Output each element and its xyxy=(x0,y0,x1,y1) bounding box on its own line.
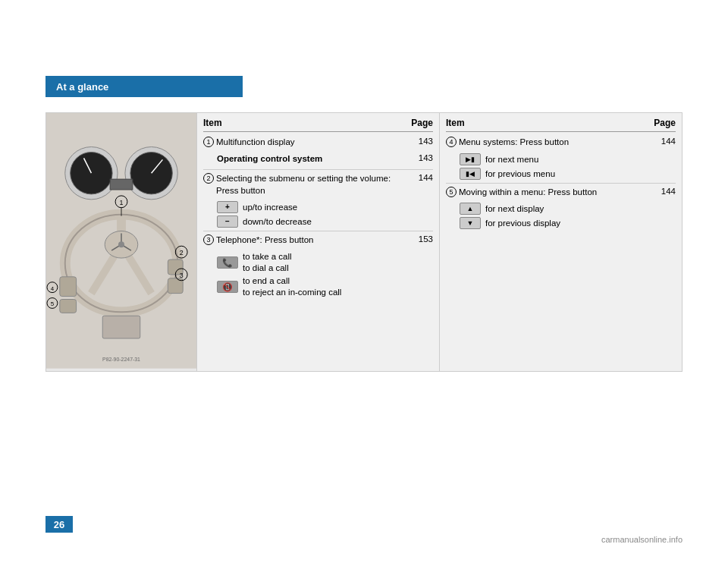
table-row: 4 Menu systems: Press button 144 xyxy=(446,137,676,149)
item-number-1: 1 xyxy=(203,137,214,147)
left-col-item: Item xyxy=(203,118,222,128)
item-desc-operating: Operating control system xyxy=(217,153,410,165)
arrow-down-icon: ▼ xyxy=(460,217,481,229)
item-page-2: 144 xyxy=(410,173,433,182)
svg-rect-19 xyxy=(60,300,77,313)
item-page-1: 143 xyxy=(410,137,433,146)
svg-rect-33 xyxy=(102,316,140,338)
sub-item-label-up: up/to increase xyxy=(243,203,297,212)
page-number-badge: 26 xyxy=(46,516,73,533)
arrow-up-icon: ▲ xyxy=(460,203,481,215)
item-desc-5: Moving within a menu: Press button xyxy=(459,187,653,199)
table-row: 3 Telephone*: Press button 153 xyxy=(203,234,433,247)
right-col-item: Item xyxy=(446,118,465,128)
site-label: carmanualsonline.info xyxy=(601,535,682,544)
right-col-page: Page xyxy=(654,118,676,128)
minus-icon: − xyxy=(217,215,238,228)
item-number-2: 2 xyxy=(203,173,214,184)
svg-rect-7 xyxy=(110,179,133,190)
sub-item-plus: + up/to increase xyxy=(217,201,433,213)
item-desc-2: Selecting the submenu or setting the vol… xyxy=(216,173,410,197)
footer-watermark: carmanualsonline.info xyxy=(601,535,682,544)
svg-point-2 xyxy=(71,152,112,193)
phone-green-icon: 📞 xyxy=(217,256,238,269)
sub-item-prev-display-label: for previous display xyxy=(485,219,560,228)
item-page-4: 144 xyxy=(653,137,676,146)
item-desc-4: Menu systems: Press button xyxy=(459,137,653,149)
item-number-4: 4 xyxy=(446,137,457,147)
sub-item-call-red: 📵 to end a callto reject an in-coming ca… xyxy=(217,275,433,298)
sub-item-prev-menu: ▮◀ for previous menu xyxy=(460,168,676,180)
sub-item-endcall-text: to end a callto reject an in-coming call xyxy=(243,275,341,298)
svg-rect-18 xyxy=(60,277,77,297)
sub-item-next-menu: ▶▮ for next menu xyxy=(460,153,676,165)
arrow-right-icon: ▶▮ xyxy=(460,153,481,165)
svg-text:1: 1 xyxy=(120,199,124,206)
table-row: 5 Moving within a menu: Press button 144 xyxy=(446,187,676,199)
svg-text:2: 2 xyxy=(180,249,184,256)
bold-text: Operating control system xyxy=(217,154,322,163)
left-table-header: Item Page xyxy=(203,118,433,132)
divider xyxy=(203,231,433,231)
steering-wheel-svg: 1 2 3 4 5 xyxy=(46,113,196,369)
phone-red-icon: 📵 xyxy=(217,281,238,293)
plus-icon: + xyxy=(217,201,238,213)
item-page-operating: 143 xyxy=(410,153,433,162)
right-table: Item Page 4 Menu systems: Press button 1… xyxy=(440,112,682,372)
divider xyxy=(446,183,676,184)
sub-item-prev-display: ▼ for previous display xyxy=(460,217,676,229)
item-desc-3: Telephone*: Press button xyxy=(216,234,410,247)
sub-item-next-display-label: for next display xyxy=(485,204,544,213)
svg-point-17 xyxy=(118,241,124,247)
table-row: Operating control system 143 xyxy=(203,153,433,165)
item-number-3: 3 xyxy=(203,234,214,245)
item-number-5: 5 xyxy=(446,187,457,197)
sub-item-call-text: to take a callto dial a call xyxy=(243,251,292,274)
item-desc-1: Multifunction display xyxy=(216,137,410,149)
page-wrapper: At a glance xyxy=(0,0,728,563)
svg-text:P82-90-2247-31: P82-90-2247-31 xyxy=(102,357,140,362)
sub-item-next-display: ▲ for next display xyxy=(460,203,676,215)
arrow-left-icon: ▮◀ xyxy=(460,168,481,180)
page-number-text: 26 xyxy=(54,519,64,530)
section-header: At a glance xyxy=(46,76,243,97)
item-page-5: 144 xyxy=(653,187,676,196)
sub-item-prev-menu-label: for previous menu xyxy=(485,169,555,178)
steering-wheel-image: 1 2 3 4 5 xyxy=(46,112,197,372)
right-table-header: Item Page xyxy=(446,118,676,132)
sub-item-minus: − down/to decrease xyxy=(217,215,433,228)
table-row: 1 Multifunction display 143 xyxy=(203,137,433,149)
table-row: 2 Selecting the submenu or setting the v… xyxy=(203,173,433,197)
section-title: At a glance xyxy=(56,81,108,93)
main-content: 1 2 3 4 5 xyxy=(46,112,682,372)
sub-item-call-green: 📞 to take a callto dial a call xyxy=(217,251,433,274)
divider xyxy=(203,169,433,170)
left-col-page: Page xyxy=(411,118,433,128)
left-table: Item Page 1 Multifunction display 143 Op… xyxy=(197,112,440,372)
svg-text:5: 5 xyxy=(51,300,55,307)
item-page-3: 153 xyxy=(410,234,433,244)
sub-item-label-down: down/to decrease xyxy=(243,217,312,226)
svg-text:4: 4 xyxy=(51,285,55,292)
sub-item-next-menu-label: for next menu xyxy=(485,155,538,164)
svg-text:3: 3 xyxy=(180,272,184,279)
